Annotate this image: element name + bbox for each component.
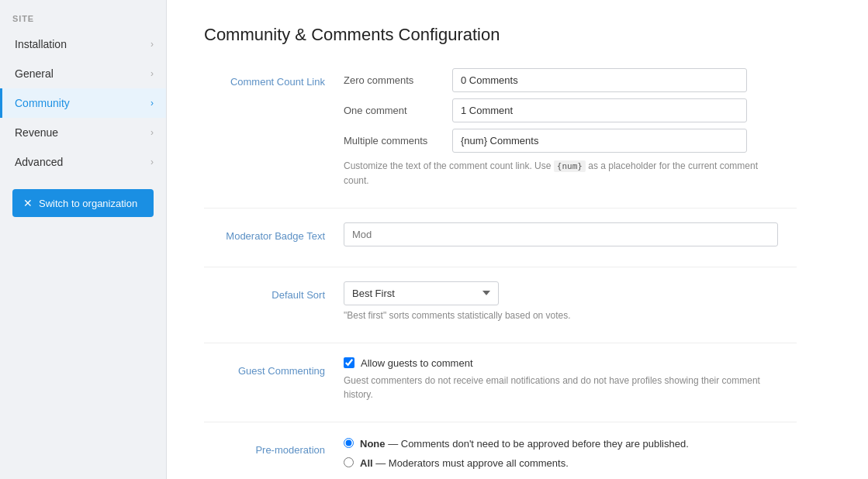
allow-guests-checkbox[interactable] (344, 357, 354, 368)
sidebar: SITE Installation › General › Community … (0, 0, 167, 479)
guest-commenting-section: Guest Commenting Allow guests to comment… (204, 357, 797, 415)
guest-commenting-hint: Guest commenters do not receive email no… (344, 374, 778, 401)
pre-mod-all-rest: — Moderators must approve all comments. (375, 457, 569, 469)
one-comment-row: One comment (344, 98, 797, 122)
site-label: SITE (0, 0, 166, 29)
sidebar-item-label: Installation (15, 38, 67, 50)
pre-mod-all-bold: All (360, 457, 373, 469)
pre-moderation-all-radio[interactable] (344, 457, 354, 467)
sidebar-item-advanced[interactable]: Advanced › (0, 147, 166, 177)
pre-moderation-none-row: None — Comments don't need to be approve… (344, 436, 797, 452)
pre-mod-none-bold: None (360, 438, 386, 450)
default-sort-hint: "Best first" sorts comments statisticall… (344, 308, 778, 322)
one-comment-label: One comment (344, 105, 452, 116)
sidebar-item-label: Advanced (15, 156, 63, 168)
multiple-comments-input[interactable] (452, 129, 747, 153)
sidebar-item-label: General (15, 67, 54, 80)
sidebar-item-community[interactable]: Community › (0, 88, 166, 118)
switch-icon: ✕ (23, 197, 33, 209)
chevron-right-icon: › (150, 98, 154, 109)
sidebar-item-label: Revenue (15, 126, 58, 139)
switch-btn-label: Switch to organization (39, 198, 137, 209)
page-title: Community & Comments Configuration (204, 25, 797, 45)
moderator-badge-section: Moderator Badge Text (204, 222, 797, 260)
default-sort-label: Default Sort (271, 289, 325, 301)
main-content: Community & Comments Configuration Comme… (167, 0, 868, 479)
multiple-comments-row: Multiple comments (344, 129, 797, 153)
default-sort-select[interactable]: Best First Newest First Oldest First Top… (344, 281, 499, 305)
chevron-right-icon: › (150, 157, 154, 167)
pre-moderation-section: Pre-moderation None — Comments don't nee… (204, 436, 797, 480)
comment-count-link-section: Comment Count Link Zero comments One com… (204, 68, 797, 202)
moderator-badge-input[interactable] (344, 222, 778, 246)
allow-guests-checkbox-row: Allow guests to comment (344, 357, 797, 369)
chevron-right-icon: › (150, 127, 154, 138)
sidebar-item-label: Community (15, 97, 70, 109)
comment-count-hint: Customize the text of the comment count … (344, 159, 778, 188)
pre-mod-none-rest: — Comments don't need to be approved bef… (388, 438, 689, 450)
chevron-right-icon: › (150, 68, 154, 79)
allow-guests-checkbox-label[interactable]: Allow guests to comment (361, 357, 473, 369)
switch-to-organization-button[interactable]: ✕ Switch to organization (12, 189, 154, 217)
pre-moderation-all-row: All — Moderators must approve all commen… (344, 456, 797, 471)
zero-comments-input[interactable] (452, 68, 747, 92)
pre-moderation-label: Pre-moderation (255, 444, 325, 456)
one-comment-input[interactable] (452, 98, 747, 122)
multiple-comments-label: Multiple comments (344, 135, 452, 146)
pre-moderation-none-radio[interactable] (344, 438, 354, 448)
guest-commenting-label: Guest Commenting (238, 365, 325, 377)
moderator-badge-label: Moderator Badge Text (226, 230, 325, 242)
sidebar-item-general[interactable]: General › (0, 59, 166, 88)
sidebar-item-revenue[interactable]: Revenue › (0, 118, 166, 147)
chevron-right-icon: › (150, 39, 154, 50)
comment-count-link-label: Comment Count Link (230, 76, 325, 88)
pre-moderation-none-label[interactable]: None — Comments don't need to be approve… (360, 436, 689, 452)
sidebar-item-installation[interactable]: Installation › (0, 29, 166, 59)
default-sort-section: Default Sort Best First Newest First Old… (204, 281, 797, 336)
zero-comments-row: Zero comments (344, 68, 797, 92)
num-placeholder-code: {num} (554, 160, 586, 172)
zero-comments-label: Zero comments (344, 74, 452, 86)
pre-moderation-all-label[interactable]: All — Moderators must approve all commen… (360, 456, 569, 471)
